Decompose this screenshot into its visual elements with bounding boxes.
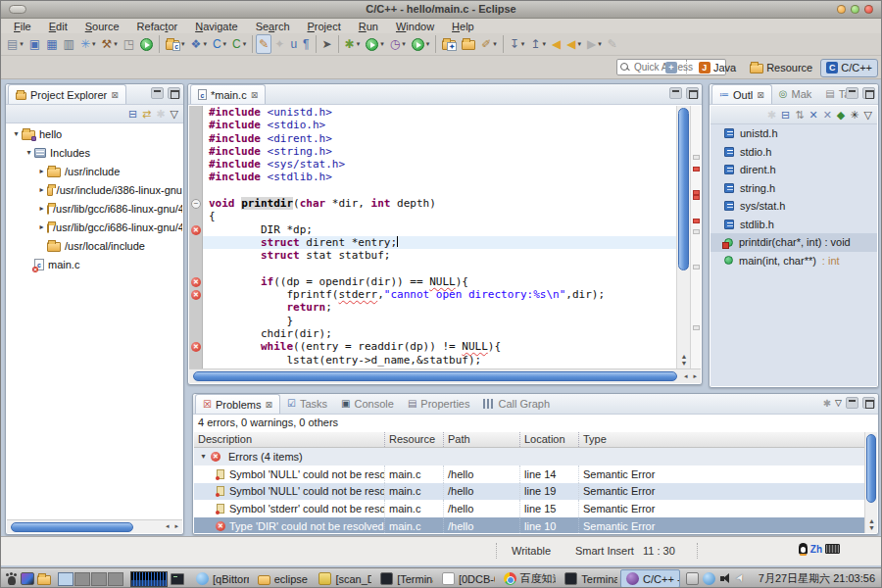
link-with-editor-icon[interactable]: ⇄ [142,109,151,120]
error-marker-icon[interactable]: ✕ [191,342,201,352]
menu-source[interactable]: Source [76,21,128,32]
menu-help[interactable]: Help [443,21,483,32]
tab-properties[interactable]: ▤Properties [401,394,477,414]
open-resource-button[interactable] [459,34,478,54]
sort-icon[interactable]: ⇅ [795,110,804,121]
error-marker-icon[interactable]: ✕ [191,225,201,235]
tree-item-main.c[interactable]: c✕main.c [7,255,182,273]
window-close-button[interactable] [864,5,873,14]
debug-button[interactable]: ✱▾ [342,34,364,54]
problem-row[interactable]: Symbol 'stderr' could not be resolvedmai… [194,500,877,517]
minimize-view-button[interactable] [846,87,858,99]
selection-mode-button[interactable]: ➤ [319,34,335,54]
minimize-view-button[interactable] [151,87,164,99]
editor-gutter[interactable]: −✕✕✕✕ [189,106,203,368]
previous-annotation-button[interactable]: ↥▾ [527,34,549,54]
mark-occurrences-button[interactable]: ✦ [271,34,287,54]
tree-expander-icon[interactable]: ▾ [11,129,22,138]
qbittorrent-tray-icon[interactable] [703,572,715,585]
window-maximize-button[interactable] [851,5,859,14]
view-menu-icon[interactable]: ▽ [171,109,178,120]
open-perspective-button[interactable]: + [662,58,680,77]
tree-expander-icon[interactable]: ▸ [36,222,47,231]
tab-tasks[interactable]: ☑Tasks [280,394,334,414]
run-button[interactable] [137,34,156,54]
maximize-view-button[interactable] [862,87,875,99]
taskbar-window-eclipse[interactable]: C/C++ - ... [620,569,680,588]
back-history-button[interactable]: ◀▾ [564,34,584,54]
taskbar-window-chrome[interactable]: 百度知道... [498,569,558,588]
save-button[interactable]: ▣ [26,34,43,54]
taskbar-window-file[interactable]: [0DCB-0... [436,569,496,588]
minimize-editor-button[interactable] [669,87,682,99]
hide-static-members-icon[interactable]: ✕ [823,110,832,121]
collapse-all-icon[interactable]: ⊟ [128,109,137,120]
overview-error-mark[interactable] [693,167,700,172]
next-annotation-button[interactable]: ↧▾ [507,34,528,54]
workspace-2[interactable] [74,572,90,586]
overview-error-mark[interactable] [693,190,700,195]
perspective-java[interactable]: JJava [693,59,742,77]
file-manager-icon[interactable] [37,575,51,585]
outline-item-sys-stat.h[interactable]: sys/stat.h [710,197,877,216]
new-c-project-button[interactable]: c▾ [163,34,188,54]
volume-tray-icon[interactable] [719,572,732,585]
perspective-resource[interactable]: Resource [744,59,818,77]
build-button[interactable]: ⚒▾ [98,34,120,54]
outline-item-unistd.h[interactable]: unistd.h [710,124,877,143]
outline-item-stdio.h[interactable]: stdio.h [710,143,877,162]
tree-item-includes[interactable]: ▾Includes [7,143,182,162]
window-minimize-button[interactable] [837,5,846,14]
workspace-1[interactable] [58,572,74,586]
menu-search[interactable]: Search [247,21,299,32]
system-monitor-applet[interactable] [130,571,168,587]
overview-ruler[interactable] [690,106,701,368]
show-include-browser-button[interactable]: u [287,34,300,54]
view-menu-icon[interactable]: ▽ [835,398,842,409]
perspective-cc[interactable]: CC/C++ [820,59,878,77]
debug-configurations-button[interactable]: ✳▾ [77,34,99,54]
taskbar-window-term[interactable]: [Terminal] [374,569,434,588]
outline-item-main-int-char-[interactable]: main(int, char**) : int [710,252,877,270]
view-menu-icon[interactable]: ▽ [864,110,872,121]
maximize-view-button[interactable] [168,87,180,99]
problem-row[interactable]: Symbol 'NULL' could not be resolvedmain.… [194,466,877,483]
problem-row[interactable]: Symbol 'NULL' could not be resolvedmain.… [194,483,877,501]
outline-list[interactable]: unistd.hstdio.hdirent.hstring.hsys/stat.… [710,124,877,386]
column-header-location[interactable]: Location [520,432,579,447]
column-header-type[interactable]: Type [579,432,877,447]
taskbar-window-term[interactable]: Terminal [559,569,618,588]
close-icon[interactable]: ⊠ [265,400,272,410]
tab-main-c[interactable]: c *main.c ⊠ [190,84,266,104]
tab-problems[interactable]: ☒Problems⊠ [195,394,280,414]
tab-outl[interactable]: ≔Outl⊠ [711,84,772,104]
project-tree[interactable]: ▾hello▾Includes▸/usr/include▸/usr/includ… [7,124,182,518]
new-wizard-button[interactable]: ▤▾ [4,34,26,54]
overview-error-mark[interactable] [693,195,700,200]
external-tools-button[interactable]: ▾ [409,34,433,54]
menu-run[interactable]: Run [350,21,387,32]
workspace-3[interactable] [91,572,107,586]
outline-item-dirent.h[interactable]: dirent.h [710,161,877,179]
overview-error-mark[interactable] [693,219,700,223]
error-marker-icon[interactable]: ✕ [191,277,201,287]
tree-expander-icon[interactable]: ▸ [36,204,47,213]
tree-expander-icon[interactable]: ▾ [24,148,34,157]
hide-non-public-members-icon[interactable]: ◆ [837,110,845,121]
terminal-launcher-icon[interactable] [171,573,184,585]
column-header-description[interactable]: Description [194,432,385,447]
forward-history-button[interactable]: ▶▾ [584,34,605,54]
problems-vscrollbar[interactable]: ▲▼ [864,432,877,533]
tab-mak[interactable]: ◎Mak [772,84,819,104]
focus-on-active-task-icon[interactable]: ✱ [767,110,776,121]
project-explorer-hscrollbar[interactable]: ◂ ▸ [7,519,182,533]
error-marker-icon[interactable]: ✕ [191,290,201,300]
tree-item-hello[interactable]: ▾hello [7,124,182,143]
filters-icon[interactable]: ✱ [823,398,831,409]
gnome-menu-icon[interactable] [5,572,18,586]
workspace-4[interactable] [108,572,123,586]
focus-on-active-task-icon[interactable]: ✱ [156,109,165,120]
tree-expander-icon[interactable]: ▾ [198,452,209,461]
hide-fields-icon[interactable]: ✕ [808,110,817,121]
outline-item-printdir-char-int-void[interactable]: printdir(char*, int) : void [710,233,877,252]
